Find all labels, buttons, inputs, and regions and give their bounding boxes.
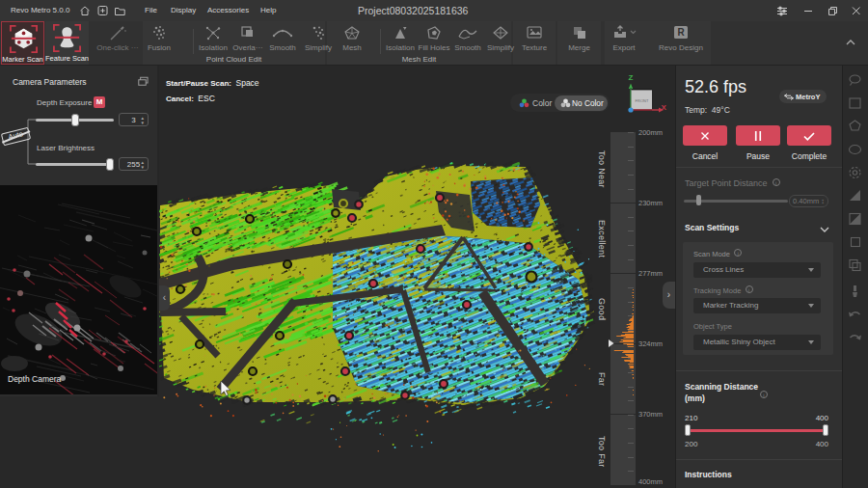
svg-text:Depth Camera: Depth Camera xyxy=(8,374,62,384)
svg-text:X: X xyxy=(662,103,667,112)
svg-text:FRONT: FRONT xyxy=(636,98,649,103)
svg-text:R: R xyxy=(677,27,685,38)
svg-text:Z: Z xyxy=(629,73,634,82)
